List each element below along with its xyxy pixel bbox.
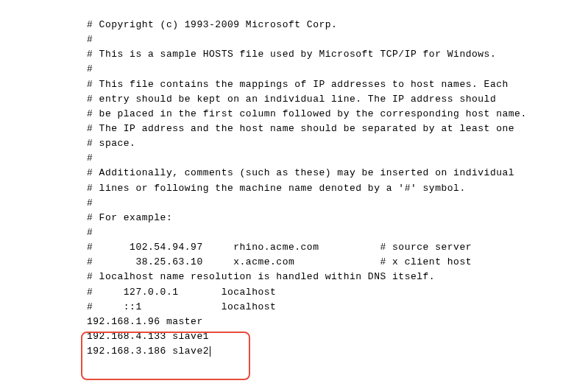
- comment-line: # lines or following the machine name de…: [87, 181, 588, 196]
- example-line: # 102.54.94.97 rhino.acme.com # source s…: [87, 240, 588, 255]
- comment-line: # entry should be kept on an individual …: [87, 92, 588, 107]
- comment-line: # For example:: [87, 211, 588, 225]
- host-entry-master: 192.168.1.96 master: [87, 315, 588, 329]
- comment-line: #: [87, 32, 588, 47]
- host-entry-slave1: 192.168.4.133 slave1: [87, 329, 588, 344]
- comment-line: # This is a sample HOSTS file used by Mi…: [87, 47, 588, 62]
- comment-line: # Copyright (c) 1993-2009 Microsoft Corp…: [87, 18, 588, 32]
- text-cursor: [210, 346, 210, 357]
- host-entry-slave2: 192.168.3.186 slave2: [87, 344, 588, 359]
- comment-line: # This file contains the mappings of IP …: [87, 77, 588, 92]
- comment-line: # localhost name resolution is handled w…: [87, 270, 588, 284]
- comment-line: # The IP address and the host name shoul…: [87, 122, 588, 136]
- comment-line: # Additionally, comments (such as these)…: [87, 166, 588, 181]
- comment-line: #: [87, 196, 588, 211]
- example-line: # 38.25.63.10 x.acme.com # x client host: [87, 255, 588, 270]
- localhost-line: # 127.0.0.1 localhost: [87, 285, 588, 300]
- comment-line: # be placed in the first column followed…: [87, 107, 588, 122]
- comment-line: #: [87, 62, 588, 77]
- hosts-file-content: # Copyright (c) 1993-2009 Microsoft Corp…: [87, 18, 588, 359]
- localhost-line: # ::1 localhost: [87, 300, 588, 315]
- comment-line: #: [87, 225, 588, 240]
- comment-line: # space.: [87, 136, 588, 151]
- comment-line: #: [87, 151, 588, 166]
